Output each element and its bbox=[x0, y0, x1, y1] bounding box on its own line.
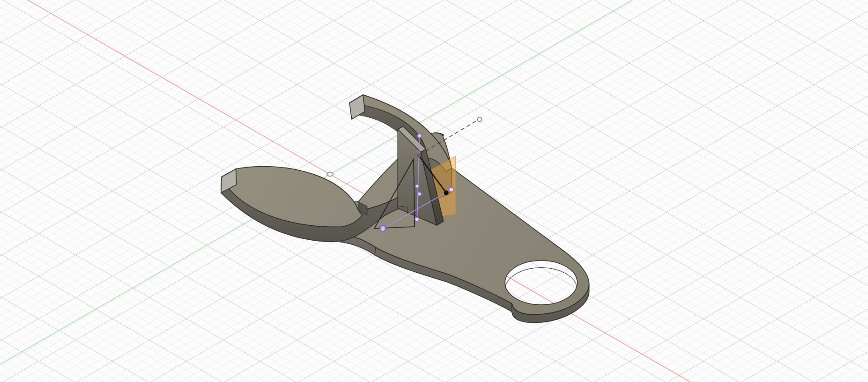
sketch-point[interactable] bbox=[417, 134, 421, 138]
sketch-grey-point[interactable] bbox=[416, 153, 420, 157]
world-axes bbox=[0, 0, 690, 382]
sketch-black-point[interactable] bbox=[444, 191, 448, 195]
sketch-point[interactable] bbox=[380, 226, 386, 231]
x-axis-line[interactable] bbox=[28, 0, 690, 382]
hole-inner-wall[interactable] bbox=[505, 268, 577, 286]
cad-viewport-canvas[interactable] bbox=[0, 0, 868, 382]
model-scene bbox=[0, 0, 868, 382]
sketch-point[interactable] bbox=[418, 192, 421, 196]
origin-marker[interactable] bbox=[327, 172, 333, 177]
extrude-direction-end-point[interactable] bbox=[477, 117, 482, 122]
sketch-point[interactable] bbox=[415, 217, 419, 221]
ring-top-face-lower-arm[interactable] bbox=[222, 167, 362, 227]
sketch-point[interactable] bbox=[415, 184, 419, 188]
sketch-point[interactable] bbox=[449, 187, 453, 192]
